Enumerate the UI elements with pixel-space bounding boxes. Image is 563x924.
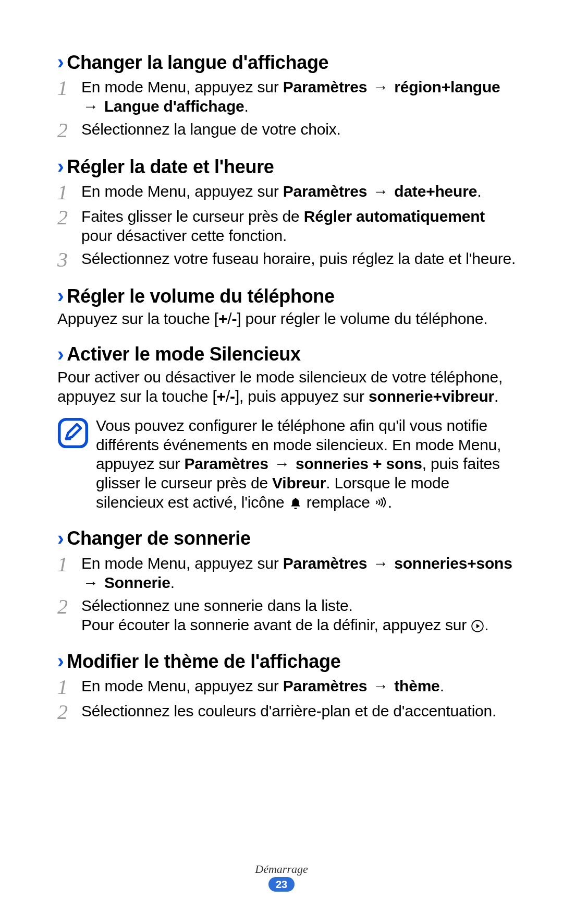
chevron-right-icon: › [57, 51, 64, 74]
step-text: En mode Menu, appuyez sur Paramètres → t… [81, 677, 516, 696]
section-heading-text: Changer la langue d'affichage [67, 52, 328, 74]
step: 1En mode Menu, appuyez sur Paramètres → … [57, 78, 516, 116]
section-heading-text: Modifier le thème de l'affichage [67, 651, 340, 673]
step: 1En mode Menu, appuyez sur Paramètres → … [57, 677, 516, 698]
step: 1En mode Menu, appuyez sur Paramètres → … [57, 182, 516, 203]
arrow-right-icon: → [83, 97, 99, 116]
step-number: 2 [57, 207, 81, 228]
arrow-right-icon: → [274, 454, 290, 474]
step-number: 1 [57, 677, 81, 698]
play-circle-icon [471, 616, 484, 635]
step-number: 2 [57, 702, 81, 723]
arrow-right-icon: → [373, 78, 388, 97]
step-text: Sélectionnez la langue de votre choix. [81, 120, 516, 139]
step-number: 1 [57, 554, 81, 575]
step-number: 1 [57, 78, 81, 99]
step: 2Sélectionnez la langue de votre choix. [57, 120, 516, 141]
page: ›Changer la langue d'affichage1En mode M… [0, 0, 563, 924]
chevron-right-icon: › [57, 527, 64, 550]
pencil-square-icon [57, 417, 89, 449]
step: 1En mode Menu, appuyez sur Paramètres → … [57, 554, 516, 592]
svg-rect-0 [59, 419, 87, 447]
page-footer: Démarrage 23 [0, 862, 563, 892]
section-heading-text: Régler la date et l'heure [67, 156, 274, 178]
section-heading: ›Activer le mode Silencieux [57, 343, 516, 366]
step-text: Sélectionnez votre fuseau horaire, puis … [81, 249, 516, 269]
section-heading: ›Changer de sonnerie [57, 527, 516, 550]
arrow-right-icon: → [83, 573, 99, 593]
section-heading-text: Changer de sonnerie [67, 527, 250, 549]
step-text: Sélectionnez une sonnerie dans la liste.… [81, 596, 516, 635]
step: 3Sélectionnez votre fuseau horaire, puis… [57, 249, 516, 270]
step: 2Sélectionnez une sonnerie dans la liste… [57, 596, 516, 635]
section-heading: ›Régler le volume du téléphone [57, 285, 516, 307]
bell-icon [289, 494, 302, 513]
step-number: 1 [57, 182, 81, 203]
arrow-right-icon: → [373, 554, 388, 573]
section-paragraph: Pour activer ou désactiver le mode silen… [57, 368, 516, 406]
step-text: En mode Menu, appuyez sur Paramètres → s… [81, 554, 516, 592]
footer-chapter-label: Démarrage [0, 862, 563, 876]
step-number: 2 [57, 120, 81, 141]
chevron-right-icon: › [57, 343, 64, 366]
note-text: Vous pouvez configurer le téléphone afin… [96, 416, 516, 513]
page-number: 23 [268, 877, 295, 892]
section-heading: ›Changer la langue d'affichage [57, 51, 516, 74]
section-heading-text: Régler le volume du téléphone [67, 285, 334, 307]
note: Vous pouvez configurer le téléphone afin… [57, 416, 516, 513]
content: ›Changer la langue d'affichage1En mode M… [57, 51, 516, 723]
step: 2Sélectionnez les couleurs d'arrière-pla… [57, 702, 516, 723]
step-text: En mode Menu, appuyez sur Paramètres → r… [81, 78, 516, 116]
step-text: Sélectionnez les couleurs d'arrière-plan… [81, 702, 516, 721]
step-number: 3 [57, 249, 81, 270]
arrow-right-icon: → [373, 182, 388, 201]
vibrate-icon [374, 494, 388, 513]
step-text: En mode Menu, appuyez sur Paramètres → d… [81, 182, 516, 201]
section-heading-text: Activer le mode Silencieux [67, 343, 300, 365]
arrow-right-icon: → [373, 677, 388, 696]
section-heading: ›Modifier le thème de l'affichage [57, 650, 516, 673]
chevron-right-icon: › [57, 285, 64, 307]
chevron-right-icon: › [57, 155, 64, 178]
section-paragraph: Appuyez sur la touche [+/-] pour régler … [57, 309, 516, 329]
chevron-right-icon: › [57, 650, 64, 673]
step-number: 2 [57, 596, 81, 617]
section-heading: ›Régler la date et l'heure [57, 155, 516, 178]
step: 2Faites glisser le curseur près de Régle… [57, 207, 516, 245]
step-text: Faites glisser le curseur près de Régler… [81, 207, 516, 245]
